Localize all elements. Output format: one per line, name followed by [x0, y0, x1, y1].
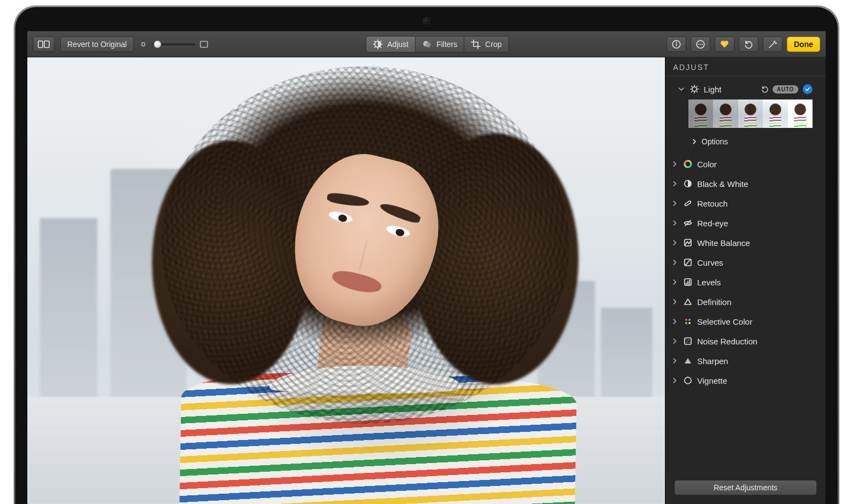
levels-icon [683, 278, 693, 286]
reset-label: Reset Adjustments [714, 483, 778, 492]
row-levels[interactable]: Levels [665, 272, 826, 292]
light-thumb[interactable] [788, 99, 813, 128]
vignette-icon [683, 376, 693, 385]
light-thumb[interactable] [763, 99, 787, 128]
revert-label: Revert to Original [67, 40, 127, 49]
svg-rect-1 [44, 41, 49, 48]
filters-tab[interactable]: Filters [416, 37, 464, 52]
color-wheel-icon [683, 160, 693, 168]
row-light[interactable]: Light AUTO [672, 82, 819, 96]
crop-label: Crop [485, 40, 501, 49]
heart-icon [720, 39, 729, 49]
row-curves[interactable]: Curves [665, 253, 826, 272]
row-vignette[interactable]: Vignette [665, 371, 826, 390]
svg-rect-2 [142, 43, 144, 46]
row-bw[interactable]: Black & White [665, 174, 826, 194]
redeye-icon [683, 219, 693, 227]
chevron-right-icon [672, 260, 679, 265]
svg-point-49 [687, 341, 688, 342]
camera-dot [424, 18, 429, 24]
laptop-frame: Revert to Original [0, 0, 853, 504]
rotate-button[interactable] [739, 37, 758, 52]
content: ADJUST Light AUTO [27, 57, 826, 504]
photo-preview [27, 57, 665, 504]
svg-point-53 [685, 377, 691, 384]
reset-adjustments-button[interactable]: Reset Adjustments [674, 480, 817, 495]
row-curves-label: Curves [697, 258, 723, 267]
light-thumb[interactable] [688, 99, 713, 128]
sidebar-footer: Reset Adjustments [665, 474, 826, 504]
light-thumbnails[interactable] [672, 96, 819, 133]
auto-pill[interactable]: AUTO [773, 85, 798, 93]
row-levels-label: Levels [697, 278, 721, 287]
light-label: Light [704, 85, 722, 94]
svg-rect-40 [689, 280, 690, 285]
light-thumb[interactable] [738, 99, 763, 128]
info-button[interactable] [667, 37, 686, 52]
auto-enhance-button[interactable] [763, 37, 782, 52]
chevron-down-icon [679, 86, 685, 92]
svg-point-47 [686, 339, 687, 340]
svg-marker-52 [685, 358, 691, 364]
favorite-button[interactable] [715, 37, 734, 52]
row-noise-label: Noise Reduction [697, 337, 757, 346]
zoom-out-icon [139, 41, 147, 48]
svg-rect-3 [200, 41, 207, 47]
chevron-right-icon [672, 181, 679, 186]
zoom-in-icon [200, 40, 208, 48]
svg-line-27 [692, 86, 692, 87]
photo-canvas[interactable] [27, 57, 665, 504]
compare-toggle-button[interactable] [33, 37, 55, 52]
bandage-icon [683, 199, 693, 208]
done-button[interactable]: Done [787, 37, 820, 52]
crop-tab[interactable]: Crop [464, 37, 508, 52]
chevron-right-icon [672, 240, 679, 245]
zoom-slider[interactable] [139, 40, 208, 48]
row-noise[interactable]: Noise Reduction [665, 331, 826, 351]
svg-point-16 [676, 42, 677, 43]
revert-button[interactable]: Revert to Original [60, 37, 134, 52]
row-sharpen[interactable]: Sharpen [665, 351, 826, 371]
row-retouch[interactable]: Retouch [665, 194, 826, 213]
zoom-track[interactable] [151, 43, 195, 45]
row-whitebalance[interactable]: White Balance [665, 233, 826, 253]
svg-line-29 [692, 91, 692, 92]
chevron-right-icon [692, 139, 697, 144]
zoom-thumb[interactable] [154, 40, 161, 48]
row-redeye[interactable]: Red-eye [665, 213, 826, 233]
svg-point-45 [688, 322, 691, 324]
row-selectivecolor-label: Selective Color [697, 317, 752, 326]
undo-icon[interactable] [761, 85, 768, 93]
sidebar-scroll[interactable]: Light AUTO [665, 77, 826, 474]
adjust-label: Adjust [387, 40, 408, 49]
chevron-right-icon [672, 319, 679, 324]
svg-point-44 [685, 322, 687, 324]
chevron-right-icon [672, 161, 679, 167]
chevron-right-icon [672, 299, 679, 304]
row-retouch-label: Retouch [697, 199, 728, 208]
row-light-options[interactable]: Options [672, 133, 819, 150]
light-options-label: Options [702, 137, 728, 146]
row-color[interactable]: Color [665, 154, 826, 174]
svg-rect-39 [687, 281, 688, 285]
row-definition[interactable]: Definition [665, 292, 826, 312]
svg-line-9 [375, 41, 375, 42]
svg-rect-17 [676, 43, 677, 46]
enabled-check[interactable] [803, 84, 813, 94]
adjust-tab[interactable]: Adjust [366, 37, 416, 52]
svg-rect-33 [685, 201, 691, 206]
svg-marker-41 [685, 299, 691, 304]
row-selectivecolor[interactable]: Selective Color [665, 312, 826, 331]
bw-icon [683, 179, 693, 188]
curves-icon [683, 258, 693, 267]
svg-line-28 [697, 91, 697, 92]
light-icon [690, 85, 699, 93]
compare-icon [38, 40, 50, 48]
light-thumb[interactable] [713, 99, 738, 128]
more-button[interactable] [691, 37, 710, 52]
adjust-sidebar: ADJUST Light AUTO [665, 57, 826, 504]
wand-icon [768, 39, 778, 49]
adjust-icon [373, 39, 383, 49]
svg-line-10 [381, 46, 381, 47]
svg-point-48 [688, 339, 689, 341]
